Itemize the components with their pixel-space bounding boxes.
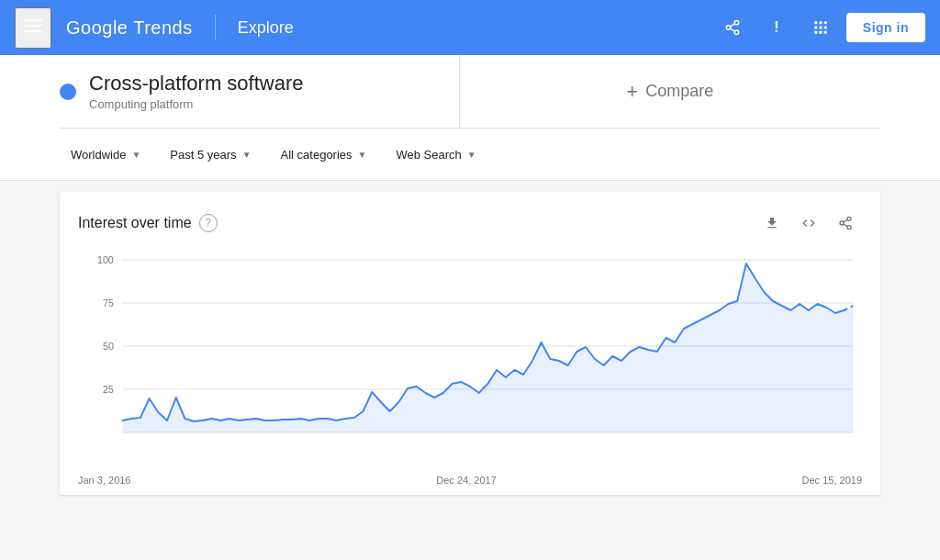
chart-header: Interest over time ? <box>60 192 880 251</box>
svg-rect-9 <box>819 21 822 24</box>
help-icon-text: ? <box>205 217 211 230</box>
chart-svg: 100 75 50 25 <box>78 251 862 462</box>
header-actions: ! Sign in <box>714 9 925 46</box>
svg-text:25: 25 <box>103 384 114 395</box>
logo-text: Google Trends <box>66 17 193 39</box>
region-filter[interactable]: Worldwide ▼ <box>60 140 151 169</box>
term-subtitle: Computing platform <box>89 97 304 111</box>
svg-rect-16 <box>824 31 827 34</box>
chart-canvas: 100 75 50 25 <box>60 251 880 471</box>
search-type-filter-label: Web Search <box>396 148 461 162</box>
svg-rect-12 <box>819 27 822 29</box>
svg-point-3 <box>734 21 739 26</box>
svg-rect-8 <box>814 21 817 24</box>
compare-plus-icon: + <box>626 80 638 104</box>
feedback-button[interactable]: ! <box>758 9 795 46</box>
time-filter-label: Past 5 years <box>170 148 236 162</box>
svg-text:100: 100 <box>97 254 114 265</box>
term-title: Cross-platform software <box>89 72 304 95</box>
category-filter-arrow: ▼ <box>358 150 367 160</box>
logo-link[interactable]: Google Trends <box>66 17 193 39</box>
feedback-icon: ! <box>774 19 778 36</box>
svg-line-6 <box>730 28 734 31</box>
search-term[interactable]: Cross-platform software Computing platfo… <box>60 55 460 128</box>
svg-rect-14 <box>814 31 817 34</box>
svg-rect-10 <box>824 21 827 24</box>
svg-rect-15 <box>819 31 822 34</box>
region-filter-arrow: ▼ <box>131 150 140 160</box>
svg-rect-13 <box>824 27 827 29</box>
term-info: Cross-platform software Computing platfo… <box>89 72 304 111</box>
x-label-start: Jan 3, 2016 <box>78 475 131 486</box>
term-dot <box>60 84 76 100</box>
header: Google Trends Explore ! <box>0 0 940 55</box>
svg-text:50: 50 <box>103 341 114 352</box>
search-type-filter[interactable]: Web Search ▼ <box>385 140 487 169</box>
svg-line-21 <box>844 219 848 222</box>
svg-point-5 <box>734 30 739 35</box>
header-divider <box>215 15 216 40</box>
svg-point-19 <box>847 226 851 230</box>
svg-marker-31 <box>123 263 854 432</box>
category-filter-label: All categories <box>281 148 352 162</box>
share-header-button[interactable] <box>714 9 751 46</box>
chart-section: Interest over time ? <box>60 192 880 495</box>
region-filter-label: Worldwide <box>71 148 126 162</box>
search-row: Cross-platform software Computing platfo… <box>60 55 880 129</box>
time-filter[interactable]: Past 5 years ▼ <box>159 140 262 169</box>
explore-label: Explore <box>238 18 294 38</box>
svg-rect-2 <box>24 30 42 32</box>
svg-rect-1 <box>24 25 42 27</box>
filters-row: Worldwide ▼ Past 5 years ▼ All categorie… <box>0 129 940 180</box>
svg-line-20 <box>844 224 848 227</box>
svg-text:75: 75 <box>103 297 114 308</box>
x-label-mid: Dec 24, 2017 <box>436 475 496 486</box>
share-chart-button[interactable] <box>829 207 862 240</box>
download-chart-button[interactable] <box>755 207 789 240</box>
chart-title: Interest over time <box>78 215 192 231</box>
chart-actions <box>755 207 862 240</box>
embed-chart-button[interactable] <box>792 207 825 240</box>
time-filter-arrow: ▼ <box>242 150 252 160</box>
apps-button[interactable] <box>802 9 839 46</box>
help-icon[interactable]: ? <box>199 214 218 232</box>
compare-label: Compare <box>645 82 713 101</box>
svg-point-18 <box>840 221 844 225</box>
category-filter[interactable]: All categories ▼ <box>270 140 378 169</box>
svg-line-7 <box>730 24 734 27</box>
compare-section[interactable]: + Compare <box>460 55 881 128</box>
search-area: Cross-platform software Computing platfo… <box>0 55 940 181</box>
sign-in-button[interactable]: Sign in <box>846 13 925 42</box>
search-type-filter-arrow: ▼ <box>467 150 476 160</box>
x-label-end: Dec 15, 2019 <box>802 475 862 486</box>
x-labels: Jan 3, 2016 Dec 24, 2017 Dec 15, 2019 <box>60 471 880 495</box>
svg-rect-0 <box>24 19 42 21</box>
svg-point-17 <box>847 217 851 220</box>
menu-button[interactable] <box>15 7 51 49</box>
chart-title-area: Interest over time ? <box>78 214 218 232</box>
svg-rect-11 <box>814 27 817 29</box>
svg-point-4 <box>726 26 731 30</box>
